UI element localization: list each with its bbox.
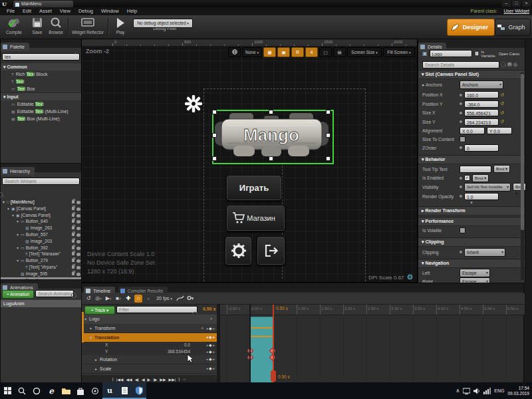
snap-options-caret[interactable]: ▾: [144, 295, 152, 303]
shield-app-taskbar-icon[interactable]: [132, 382, 146, 399]
hierarchy-row[interactable]: T[Text] "Магазин": [1, 251, 82, 257]
nav-left-dropdown[interactable]: Escape: [460, 269, 490, 277]
snap-magnet-icon[interactable]: ∩: [134, 295, 142, 303]
reset-to-default-icon[interactable]: ↺: [500, 119, 504, 124]
lock-icon[interactable]: [72, 200, 74, 203]
localization-preview-button[interactable]: [228, 47, 241, 57]
tree-expander-icon[interactable]: ▾: [84, 315, 89, 324]
transport-glyph[interactable]: ▶▶: [160, 377, 166, 382]
alignment-x-field[interactable]: X 0.0: [460, 127, 485, 134]
animation-search-input[interactable]: [35, 290, 74, 297]
timeline-track-translation[interactable]: ▾Translation◂ ◆ ▸: [82, 333, 217, 342]
store-icon[interactable]: [73, 382, 88, 399]
selection-handle[interactable]: [212, 156, 217, 161]
screen-size-dropdown[interactable]: Screen Size ▾: [347, 47, 382, 57]
bind-socket-icon[interactable]: [460, 186, 462, 188]
palette-item[interactable]: ▤Editable Text (Multi-Line): [1, 108, 82, 115]
bind-socket-icon[interactable]: [460, 102, 462, 105]
designer-mode-button[interactable]: Designer: [447, 19, 495, 36]
menu-view[interactable]: View: [56, 7, 74, 15]
palette-search-input[interactable]: [2, 53, 80, 61]
timeline-track-rotation[interactable]: ▸Rotation◂ ◆ ▸: [82, 355, 217, 364]
selection-handle[interactable]: [326, 133, 331, 138]
grid-snap-toggle[interactable]: ▦: [263, 47, 276, 57]
grid-size-button[interactable]: 4: [305, 47, 318, 57]
eye-icon[interactable]: [76, 266, 80, 269]
transport-glyph[interactable]: |◀◀: [116, 377, 124, 382]
hierarchy-row[interactable]: ▾▣[Canvas Panel]: [1, 212, 82, 219]
bind-socket-icon[interactable]: [460, 120, 462, 123]
bind-socket-icon[interactable]: [460, 251, 462, 253]
key-icon[interactable]: [186, 295, 194, 303]
transport-glyph[interactable]: ]: [178, 377, 180, 381]
lock-icon[interactable]: [72, 226, 74, 229]
behavior-section-header[interactable]: ▾ Behavior: [418, 155, 525, 164]
is-volatile-checkbox[interactable]: ✓: [460, 227, 466, 233]
lock-icon[interactable]: [72, 246, 74, 249]
outline-toggle[interactable]: ▢: [319, 47, 332, 57]
graph-mode-button[interactable]: Graph: [495, 19, 531, 36]
transport-glyph[interactable]: →: [182, 377, 186, 381]
eye-icon[interactable]: [76, 233, 80, 237]
hierarchy-row[interactable]: ▾▣[Canvas Panel]: [1, 205, 82, 212]
tree-expander-icon[interactable]: ▸: [95, 365, 100, 374]
keyframe-nav-controls[interactable]: +: [209, 315, 215, 324]
size-x-field[interactable]: 556.456421: [464, 109, 499, 116]
close-button[interactable]: ×: [522, 1, 531, 7]
timeline-track-logo[interactable]: ▾Logo+: [82, 315, 217, 324]
details-settings-icon[interactable]: ◎: [513, 62, 517, 67]
clipping-dropdown[interactable]: Inherit: [464, 248, 505, 257]
play-animation-icon[interactable]: ▶▾: [104, 295, 112, 303]
expand-advanced-arrow[interactable]: ▼: [418, 201, 525, 206]
eye-icon[interactable]: [76, 247, 80, 250]
tree-expander-icon[interactable]: ▾: [90, 325, 94, 333]
play-button[interactable]: Play: [112, 17, 129, 37]
lock-icon[interactable]: [72, 252, 74, 255]
keyframe-nav-controls[interactable]: +◂ ◆ ▸: [201, 324, 215, 333]
tree-expander-icon[interactable]: ▸: [95, 356, 100, 364]
bind-socket-icon[interactable]: [460, 112, 462, 114]
visibility-dropdown[interactable]: Self Hit Test Invisible: [464, 183, 511, 192]
palette-group-input[interactable]: ▾ Input: [1, 92, 82, 100]
edge-icon[interactable]: e: [44, 382, 59, 399]
clear-search-icon[interactable]: ✕: [74, 51, 78, 56]
lock-icon[interactable]: [72, 272, 74, 275]
file-explorer-icon[interactable]: [59, 382, 73, 399]
debug-object-dropdown[interactable]: No debug object selected ▾: [133, 19, 193, 28]
transport-glyph[interactable]: ◀|: [135, 377, 139, 382]
details-search-input[interactable]: [422, 61, 499, 68]
anchor-medallion-icon[interactable]: [185, 95, 202, 112]
lock-icon[interactable]: [72, 233, 74, 236]
menu-edit[interactable]: Edit: [19, 7, 35, 15]
hierarchy-row[interactable]: ▨Image_203: [1, 238, 82, 245]
bind-socket-icon[interactable]: [460, 177, 462, 180]
eye-icon[interactable]: [76, 220, 80, 223]
maximize-button[interactable]: □: [512, 1, 521, 7]
timeline-track-scale[interactable]: ▸Scale◂ ◆ ▸: [82, 364, 217, 374]
widget-name-field[interactable]: Logo: [430, 50, 472, 57]
minimize-button[interactable]: –: [502, 1, 511, 7]
hierarchy-row[interactable]: ▾▭Button_392: [1, 245, 82, 251]
slot-section-header[interactable]: ▾ Slot (Canvas Panel Slot): [418, 70, 525, 79]
selection-handle[interactable]: [212, 133, 217, 138]
eye-icon[interactable]: [76, 240, 80, 243]
palette-item[interactable]: ▭Editable Text: [1, 100, 82, 108]
eye-icon[interactable]: [76, 259, 80, 263]
hierarchy-row[interactable]: T[Text] "Играть": [1, 264, 82, 271]
render-transform-section-header[interactable]: ▸ Render Transform: [418, 206, 525, 215]
reset-to-default-icon[interactable]: ↺: [500, 92, 504, 98]
reset-to-default-icon[interactable]: ↺: [500, 110, 504, 116]
bind-socket-icon[interactable]: [460, 94, 462, 96]
selection-handle[interactable]: [269, 156, 273, 161]
time-ruler[interactable]: -0.50 s0.00 s1.00 s1.50 s2.00 s2.50 s3.0…: [220, 305, 523, 315]
navigation-section-header[interactable]: ▾ Navigation: [418, 259, 525, 268]
eye-icon[interactable]: [76, 214, 80, 217]
curve-editor-icon[interactable]: [176, 295, 184, 303]
cortana-icon[interactable]: [29, 382, 44, 399]
position-y-field[interactable]: -364.0: [464, 100, 499, 108]
anchors-dropdown[interactable]: Anchors: [460, 80, 503, 89]
taskbar-clock[interactable]: 17:54 09.03.2019: [507, 386, 529, 396]
eye-icon[interactable]: [76, 207, 80, 211]
fps-dropdown[interactable]: 20 fps ▾: [154, 295, 174, 303]
clipping-section-header[interactable]: ▾ Clipping: [418, 237, 525, 247]
